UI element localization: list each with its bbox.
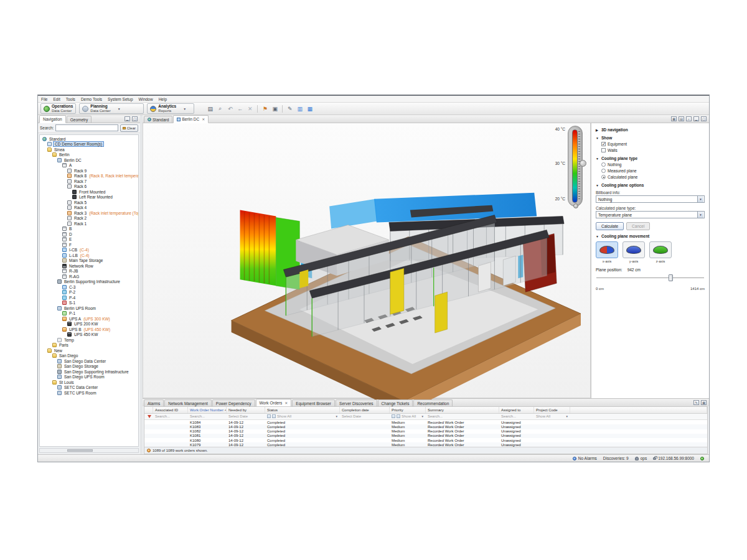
section-cooling-plane-options[interactable]: ▼ Cooling plane options bbox=[596, 183, 705, 187]
radio-icon[interactable] bbox=[601, 175, 606, 179]
tree-item[interactable]: Berlin bbox=[40, 152, 138, 158]
show-option-equipment[interactable]: Equipment bbox=[601, 142, 705, 146]
tree-item[interactable]: Rack 9 bbox=[40, 168, 138, 174]
close-tab-icon[interactable]: ✕ bbox=[202, 117, 205, 121]
filter-cell[interactable]: Search... bbox=[426, 414, 499, 420]
document-icon[interactable]: ▥ bbox=[296, 105, 304, 113]
tree-item[interactable]: B bbox=[40, 226, 138, 232]
tree-item[interactable]: Temp bbox=[40, 337, 138, 343]
filter-cell[interactable]: Search... bbox=[153, 414, 188, 420]
radio-icon[interactable] bbox=[601, 169, 606, 173]
billboard-info-select[interactable]: Nothing ▼ bbox=[596, 195, 705, 203]
grid-icon[interactable]: ▦ bbox=[701, 400, 707, 405]
tab-berlin-dc[interactable]: Berlin DC✕ bbox=[173, 115, 209, 123]
radio-icon[interactable] bbox=[601, 162, 606, 167]
tree-item[interactable]: R-JB bbox=[40, 269, 138, 274]
column-header-Priority[interactable]: Priority bbox=[390, 407, 426, 413]
filter-funnel-icon[interactable] bbox=[148, 415, 151, 418]
tab-equipment-browser[interactable]: Equipment Browser bbox=[292, 399, 335, 406]
tree-item[interactable]: Rack 4 bbox=[40, 205, 138, 211]
filter-cell[interactable]: Select Date bbox=[340, 414, 390, 420]
tree-item[interactable]: Front Mounted bbox=[40, 189, 138, 195]
tree-item[interactable]: R-AG bbox=[40, 274, 138, 279]
filter-dropdown-icon[interactable]: ▼ bbox=[566, 415, 568, 418]
search-input[interactable] bbox=[55, 124, 118, 131]
tree-item[interactable]: CD Demo Server Room(s) bbox=[40, 142, 138, 147]
tree-item[interactable]: A bbox=[40, 163, 138, 169]
column-header-Needed by[interactable]: Needed by bbox=[227, 407, 265, 413]
table-row[interactable]: K108314-09-12CompletedMediumRecorded Wor… bbox=[144, 424, 707, 429]
tree-item[interactable]: Rack 5 bbox=[40, 200, 138, 205]
temp-scale-knob[interactable] bbox=[580, 160, 586, 167]
documents-icon[interactable]: ▦ bbox=[306, 105, 314, 113]
z-axis-button[interactable] bbox=[649, 241, 672, 258]
tree-item[interactable]: Rack 1 bbox=[40, 221, 138, 226]
alarm-status[interactable]: No Alarms bbox=[573, 456, 597, 460]
tree-item[interactable]: UPS 450 KW bbox=[40, 332, 138, 338]
flag-icon[interactable]: ⚑ bbox=[261, 105, 269, 113]
tree-item[interactable]: Network Row bbox=[40, 263, 138, 269]
minimize-panel-icon[interactable]: ▁ bbox=[125, 116, 130, 121]
tree-item[interactable]: Berlin UPS Room bbox=[40, 306, 138, 311]
column-header-Associated ID[interactable]: Associated ID bbox=[153, 407, 188, 413]
table-row[interactable]: K108114-09-12CompletedMediumRecorded Wor… bbox=[144, 434, 707, 438]
tree-item[interactable]: New bbox=[40, 348, 138, 353]
tree-item[interactable]: Left Rear Mounted bbox=[40, 195, 138, 200]
section-3d-navigation[interactable]: ▶ 3D navigation bbox=[596, 128, 705, 132]
tree-item[interactable]: Rack 6 bbox=[40, 184, 138, 190]
tree-item[interactable]: UPS 200 KW bbox=[40, 322, 138, 327]
show-option-walls[interactable]: Walls bbox=[601, 148, 705, 152]
cooling-type-option-nothing[interactable]: Nothing bbox=[601, 162, 705, 167]
tree-item[interactable]: E bbox=[40, 237, 138, 243]
table-row[interactable]: K108214-09-12CompletedMediumRecorded Wor… bbox=[144, 429, 707, 434]
cooling-type-option-calculated-plane[interactable]: Calculated plane bbox=[601, 175, 705, 179]
table-row[interactable]: K108414-09-12CompletedMediumRecorded Wor… bbox=[144, 420, 707, 424]
filter-cell[interactable] bbox=[144, 414, 153, 420]
screenshot-icon[interactable]: ▣ bbox=[271, 105, 279, 113]
filter-cell[interactable]: Show All▼ bbox=[390, 414, 426, 420]
tree-item[interactable]: San Diego Supporting Infrastructure bbox=[40, 369, 138, 375]
tree-item[interactable]: Rack 3(Rack inlet temperature (Top), Rac… bbox=[40, 210, 138, 216]
delete-icon[interactable]: ✕ bbox=[246, 105, 254, 113]
menu-window[interactable]: Window bbox=[139, 97, 153, 101]
server-address[interactable]: 192.168.56.99:8000 bbox=[653, 456, 694, 460]
tab-power-dependency[interactable]: Power Dependency bbox=[212, 399, 255, 406]
calculated-plane-type-select[interactable]: Temperature plane ▼ bbox=[596, 211, 705, 218]
tree-horizontal-scrollbar[interactable] bbox=[39, 448, 139, 453]
tree-item[interactable]: P-4 bbox=[40, 295, 138, 301]
tab-change-tickets[interactable]: Change Tickets bbox=[378, 399, 413, 406]
analytics-dropdown-icon[interactable]: ▼ bbox=[183, 107, 186, 111]
column-header-Status[interactable]: Status bbox=[265, 407, 340, 413]
menu-file[interactable]: File bbox=[41, 97, 47, 101]
tree-item[interactable]: San Diego Data Center bbox=[40, 358, 138, 364]
menu-tools[interactable]: Tools bbox=[66, 97, 75, 101]
tree-item[interactable]: S-1 bbox=[40, 301, 138, 306]
clear-search-button[interactable]: Clear bbox=[120, 124, 138, 132]
plane-position-slider[interactable] bbox=[596, 274, 705, 282]
tree-item[interactable]: P-1 bbox=[40, 311, 138, 317]
menu-help[interactable]: Help bbox=[159, 97, 167, 101]
save-icon[interactable]: ▤ bbox=[206, 105, 214, 113]
column-header-Assigned to[interactable]: Assigned to bbox=[499, 407, 534, 413]
layout-list-icon[interactable]: ▤ bbox=[679, 116, 684, 121]
tree-item[interactable]: Standard bbox=[40, 136, 138, 142]
temp-scale-foot-knob[interactable] bbox=[573, 203, 578, 208]
tree-item[interactable]: Rack 2 bbox=[40, 216, 138, 222]
checkbox-icon[interactable] bbox=[601, 142, 606, 146]
filter-cell[interactable]: Select Date bbox=[227, 414, 265, 420]
minimize-view-icon[interactable]: ▁ bbox=[693, 116, 699, 121]
tree-item[interactable]: Rack 7 bbox=[40, 179, 138, 184]
analytics-button[interactable]: Analytics Reports ▼ bbox=[147, 103, 194, 114]
tab-recommendation[interactable]: Recommendation bbox=[413, 399, 453, 406]
cancel-button[interactable]: Cancel bbox=[626, 222, 650, 230]
filter-cell[interactable]: Search... bbox=[499, 414, 534, 420]
column-header-Summary[interactable]: Summary bbox=[426, 407, 499, 413]
filter-cell[interactable]: Search... bbox=[188, 414, 227, 420]
menu-demo-tools[interactable]: Demo Tools bbox=[81, 97, 102, 101]
tab-alarms[interactable]: Alarms bbox=[144, 399, 164, 406]
y-axis-button[interactable] bbox=[622, 241, 645, 258]
scrollbar-thumb[interactable] bbox=[67, 449, 93, 452]
tree-item[interactable]: San Diego Storage bbox=[40, 364, 138, 370]
tab-geometry[interactable]: Geometry bbox=[67, 116, 92, 123]
checkbox-icon[interactable] bbox=[601, 148, 606, 152]
